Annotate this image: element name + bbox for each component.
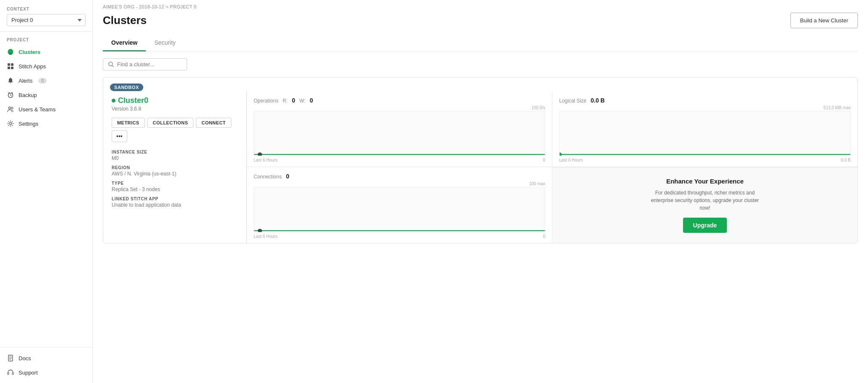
- svg-point-6: [11, 107, 13, 109]
- cluster-version: Version 3.6.8: [112, 106, 238, 112]
- svg-point-7: [10, 123, 12, 125]
- size-footer-label: Last 6 Hours: [559, 158, 583, 162]
- person-icon: [7, 105, 14, 113]
- instance-size-value: M0: [112, 155, 238, 161]
- sidebar-item-stitch-apps[interactable]: Stitch Apps: [0, 59, 92, 73]
- status-dot: [112, 99, 115, 102]
- breadcrumb: AIMEE'S ORG - 2018-10-12 > PROJECT 0: [93, 0, 868, 11]
- svg-rect-10: [12, 372, 13, 375]
- sidebar-item-support[interactable]: Support: [0, 365, 92, 380]
- search-input-wrap: [103, 58, 187, 70]
- sidebar-item-alerts[interactable]: Alerts 0: [0, 73, 92, 88]
- upgrade-button[interactable]: Upgrade: [683, 218, 727, 233]
- sidebar-item-support-label: Support: [19, 370, 38, 376]
- search-bar: [93, 51, 868, 77]
- size-zero-label: 0.0 B: [841, 158, 851, 162]
- search-input[interactable]: [117, 61, 182, 67]
- sidebar-item-docs[interactable]: Docs: [0, 351, 92, 365]
- ops-r-label: R:: [283, 98, 288, 104]
- sidebar-item-backup[interactable]: Backup: [0, 88, 92, 102]
- ops-zero-label: 0: [543, 158, 545, 162]
- sidebar-item-settings[interactable]: Settings: [0, 116, 92, 131]
- linked-stitch-value: Unable to load application data: [112, 202, 238, 208]
- breadcrumb-text: AIMEE'S ORG - 2018-10-12 > PROJECT 0: [103, 4, 197, 9]
- region-label: REGION: [112, 165, 238, 170]
- context-section: CONTEXT Project 0: [0, 0, 92, 32]
- sidebar-item-stitch-label: Stitch Apps: [19, 63, 46, 70]
- conn-value: 0: [286, 173, 289, 180]
- sandbox-badge: SANDBOX: [110, 84, 143, 91]
- linked-stitch-section: LINKED STITCH APP Unable to load applica…: [112, 197, 238, 208]
- tab-overview[interactable]: Overview: [103, 35, 146, 51]
- conn-chart-footer: Last 6 Hours 0: [254, 234, 545, 239]
- svg-rect-2: [8, 67, 10, 69]
- ops-w-label: W:: [300, 98, 305, 104]
- svg-point-15: [258, 153, 262, 156]
- instance-size-label: INSTANCE SIZE: [112, 150, 238, 154]
- svg-rect-0: [8, 63, 10, 66]
- conn-max-label: 100 max: [254, 181, 545, 186]
- page-title: Clusters: [103, 14, 147, 27]
- size-title: Logical Size: [559, 98, 587, 104]
- svg-rect-9: [8, 372, 9, 375]
- gear-icon: [7, 120, 14, 127]
- size-value: 0.0 B: [591, 97, 605, 104]
- alerts-badge: 0: [38, 78, 47, 84]
- sidebar-item-clusters-label: Clusters: [19, 49, 40, 55]
- ops-w-value: 0: [310, 97, 313, 104]
- context-select[interactable]: Project 0: [7, 14, 86, 26]
- bell-icon: [7, 77, 14, 84]
- conn-chart-header: Connections 0: [254, 173, 545, 180]
- connections-chart: Connections 0 100 max Last: [246, 167, 552, 243]
- region-value: AWS / N. Virginia (us-east-1): [112, 171, 238, 177]
- connect-button[interactable]: CONNECT: [196, 118, 231, 128]
- project-section: PROJECT Clusters Stitch Apps Alerts 0: [0, 32, 92, 134]
- conn-zero-label: 0: [543, 234, 545, 239]
- leaf-icon: [7, 48, 14, 56]
- ops-chart-header: Operations R: 0 W: 0: [254, 97, 545, 104]
- build-new-cluster-button[interactable]: Build a New Cluster: [790, 13, 858, 28]
- sidebar-item-alerts-label: Alerts: [19, 78, 32, 84]
- project-label: PROJECT: [0, 38, 92, 42]
- ops-footer-label: Last 6 Hours: [254, 158, 278, 162]
- doc-icon: [7, 354, 14, 362]
- ops-chart-footer: Last 6 Hours 0: [254, 158, 545, 162]
- cluster-actions: METRICS COLLECTIONS CONNECT •••: [112, 118, 238, 142]
- enhance-panel: Enhance Your Experience For dedicated th…: [552, 167, 857, 243]
- grid-icon: [7, 62, 14, 70]
- conn-chart-area: [254, 187, 545, 232]
- charts-area: Operations R: 0 W: 0 100.0/s: [246, 91, 857, 243]
- sidebar-item-backup-label: Backup: [19, 92, 37, 98]
- size-chart-footer: Last 6 Hours 0.0 B: [559, 158, 851, 162]
- sidebar: CONTEXT Project 0 PROJECT Clusters Stitc…: [0, 0, 93, 383]
- tab-security[interactable]: Security: [146, 35, 184, 51]
- svg-point-17: [560, 153, 562, 156]
- metrics-button[interactable]: METRICS: [112, 118, 145, 128]
- region-section: REGION AWS / N. Virginia (us-east-1): [112, 165, 238, 177]
- type-value: Replica Set - 3 nodes: [112, 186, 238, 192]
- svg-point-5: [9, 107, 11, 109]
- svg-rect-3: [11, 67, 13, 69]
- more-options-button[interactable]: •••: [112, 130, 127, 142]
- sidebar-item-docs-label: Docs: [19, 355, 31, 361]
- sidebar-item-settings-label: Settings: [19, 121, 38, 127]
- linked-stitch-label: LINKED STITCH APP: [112, 197, 238, 201]
- sidebar-item-users-teams[interactable]: Users & Teams: [0, 102, 92, 116]
- sidebar-item-users-label: Users & Teams: [19, 106, 56, 113]
- main-content: AIMEE'S ORG - 2018-10-12 > PROJECT 0 Clu…: [93, 0, 868, 383]
- operations-chart: Operations R: 0 W: 0 100.0/s: [246, 91, 552, 167]
- clusters-area: SANDBOX Cluster0 Version 3.6.8 METRICS C…: [93, 77, 868, 254]
- search-icon: [108, 62, 114, 67]
- enhance-title: Enhance Your Experience: [666, 178, 744, 185]
- clock-icon: [7, 91, 14, 99]
- collections-button[interactable]: COLLECTIONS: [147, 118, 194, 128]
- svg-rect-1: [11, 63, 13, 66]
- size-chart-area: [559, 111, 851, 156]
- size-max-label: 512.0 MB max: [559, 105, 851, 110]
- page-header: Clusters Build a New Cluster: [93, 11, 868, 28]
- sidebar-item-clusters[interactable]: Clusters: [0, 45, 92, 59]
- enhance-description: For dedicated throughput, richer metrics…: [650, 189, 760, 212]
- headphone-icon: [7, 369, 14, 376]
- cluster-info-panel: Cluster0 Version 3.6.8 METRICS COLLECTIO…: [103, 91, 246, 243]
- conn-footer-label: Last 6 Hours: [254, 234, 278, 239]
